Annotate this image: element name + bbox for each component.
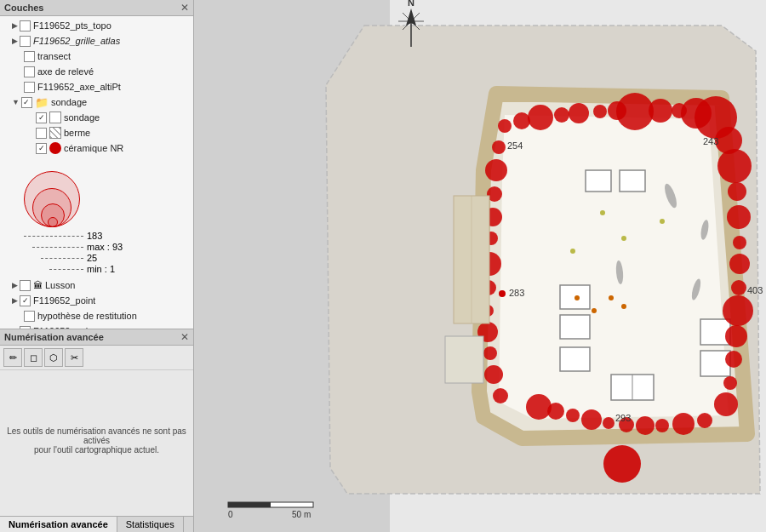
svg-point-19 (660, 219, 665, 224)
expand-arrow[interactable]: ▶ (12, 296, 18, 305)
svg-point-45 (729, 254, 750, 274)
svg-point-64 (483, 346, 497, 360)
layer-checkbox-grille-atlas[interactable] (20, 36, 31, 47)
layer-item-axe-releve[interactable]: axe de relevé (0, 64, 193, 79)
layer-checkbox-ceramique[interactable] (36, 143, 47, 154)
svg-point-73 (492, 140, 506, 154)
expand-arrow[interactable]: ▶ (12, 21, 18, 30)
layer-item-pts-topo[interactable]: ▶ F119652_pts_topo (0, 18, 193, 33)
layer-label-transect: transect (37, 51, 71, 61)
svg-point-26 (609, 295, 614, 300)
svg-point-43 (727, 205, 751, 229)
layer-item-lusson[interactable]: ▶ 🏛 Lusson (0, 277, 193, 293)
svg-point-47 (723, 295, 753, 326)
layer-checkbox-berme[interactable] (36, 128, 47, 139)
bottom-tabs: Numérisation avancée Statistiques (0, 516, 193, 532)
svg-point-54 (655, 419, 669, 432)
svg-point-30 (528, 105, 553, 130)
layer-label-axe-releve: axe de relevé (37, 66, 94, 77)
map-label-403: 403 (747, 285, 763, 295)
layer-checkbox-pts-topo[interactable] (20, 20, 31, 31)
svg-point-18 (570, 249, 575, 254)
svg-point-62 (493, 388, 508, 403)
map-svg: 254 243 283 403 293 0 50 m N (194, 0, 766, 532)
svg-point-28 (498, 119, 512, 133)
svg-point-35 (616, 93, 654, 130)
map-label-254: 254 (507, 140, 523, 151)
svg-point-46 (731, 280, 746, 295)
tool-polygon-button[interactable]: ⬡ (44, 348, 63, 367)
svg-rect-78 (445, 336, 483, 383)
svg-point-53 (672, 413, 695, 435)
layer-checkbox-sondage[interactable] (36, 112, 47, 123)
legend-mid-label: max : 93 (87, 242, 123, 252)
svg-text:N: N (408, 0, 414, 8)
tab-numerisation[interactable]: Numérisation avancée (0, 517, 117, 532)
expand-arrow[interactable]: ▶ (12, 37, 18, 45)
layer-item-axe-altipt[interactable]: F119652_axe_altiPt (0, 79, 193, 94)
numerisation-header: Numérisation avancée ✕ (0, 329, 193, 346)
legend-min-label: min : 1 (87, 264, 115, 274)
svg-point-59 (566, 409, 580, 422)
svg-point-51 (714, 392, 738, 416)
tool-rect-button[interactable]: ◻ (24, 348, 43, 367)
layer-checkbox-lusson[interactable] (20, 280, 31, 291)
numerisation-title: Numérisation avancée (4, 332, 104, 342)
legend-max-label: 183 (87, 231, 102, 241)
lusson-icon: 🏛 (33, 280, 43, 290)
svg-text:50 m: 50 m (292, 510, 311, 519)
layer-checkbox-point[interactable] (20, 295, 31, 306)
tool-draw-button[interactable]: ✏ (3, 348, 22, 367)
layer-checkbox-hypothese[interactable] (24, 311, 35, 322)
svg-rect-8 (620, 170, 645, 192)
layer-item-sondage-group[interactable]: ▼ 📁 sondage (0, 94, 193, 110)
numerisation-close-button[interactable]: ✕ (180, 331, 189, 343)
svg-rect-7 (586, 170, 611, 192)
layer-item-grille-atlas[interactable]: ▶ F119652_grille_atlas (0, 33, 193, 49)
legend-quarter-label: 25 (87, 253, 97, 263)
berme-swatch (49, 127, 61, 139)
svg-point-52 (697, 413, 712, 428)
map-label-243: 243 (703, 136, 718, 146)
svg-point-41 (717, 149, 752, 183)
svg-point-63 (484, 365, 503, 384)
svg-point-17 (621, 236, 626, 241)
sondage-swatch (49, 112, 61, 123)
svg-point-55 (636, 416, 655, 435)
svg-point-31 (554, 107, 569, 123)
expand-arrow-sondage[interactable]: ▼ (12, 98, 20, 106)
layer-checkbox-axe-altipt[interactable] (24, 82, 35, 93)
svg-point-61 (526, 394, 552, 420)
tool-cut-button[interactable]: ✂ (65, 348, 83, 367)
layer-label-berme: berme (64, 128, 90, 138)
svg-point-44 (733, 236, 746, 249)
tab-statistiques[interactable]: Statistiques (117, 517, 184, 532)
layer-label-pts-topo: F119652_pts_topo (33, 20, 111, 31)
layers-close-button[interactable]: ✕ (180, 2, 189, 14)
numerisation-info: Les outils de numérisation avancés ne so… (0, 421, 193, 460)
numerisation-toolbar: ✏ ◻ ⬡ ✂ (0, 346, 193, 370)
svg-point-42 (728, 182, 746, 201)
layer-item-sondage[interactable]: sondage (0, 110, 193, 125)
layer-checkbox-axe-releve[interactable] (24, 66, 35, 77)
layer-item-berme[interactable]: berme (0, 125, 193, 140)
layer-label-sondage: sondage (64, 112, 100, 123)
layer-checkbox-sondage-group[interactable] (21, 97, 32, 108)
svg-point-49 (725, 351, 742, 368)
expand-arrow-lusson[interactable]: ▶ (12, 281, 18, 289)
layer-item-point[interactable]: ▶ F119652_point (0, 293, 193, 308)
svg-point-57 (603, 417, 615, 429)
svg-point-48 (725, 325, 747, 347)
layer-checkbox-transect[interactable] (24, 51, 35, 62)
layer-label-grille-atlas: F119652_grille_atlas (33, 36, 120, 46)
svg-point-32 (569, 103, 589, 123)
layer-item-transect[interactable]: transect (0, 49, 193, 64)
svg-point-72 (485, 159, 507, 181)
layer-item-ceramique[interactable]: céramique NR (0, 140, 193, 156)
left-panel: Couches ✕ ▶ F119652_pts_topo ▶ F119652_g… (0, 0, 194, 532)
svg-rect-10 (560, 315, 590, 339)
svg-point-74 (603, 445, 641, 483)
svg-rect-12 (700, 319, 730, 345)
layer-item-hypothese[interactable]: hypothèse de restitution (0, 308, 193, 323)
map-canvas[interactable]: 254 243 283 403 293 0 50 m N (194, 0, 766, 532)
